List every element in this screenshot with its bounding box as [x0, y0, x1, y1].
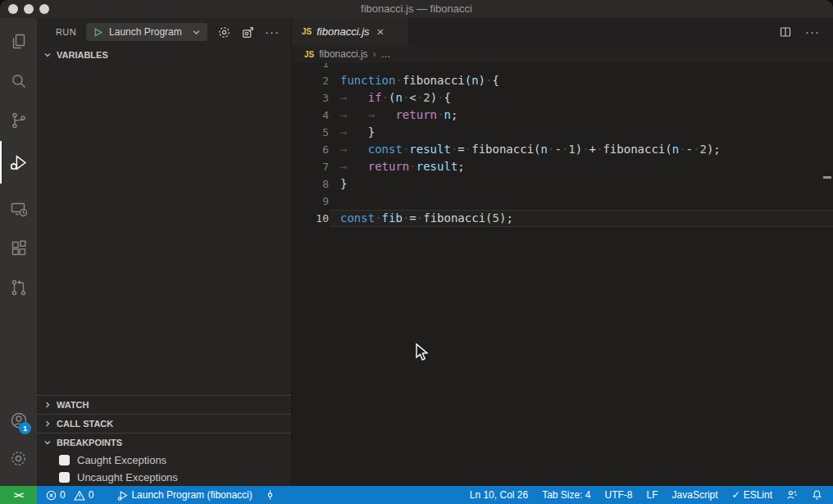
status-left: 0 0 Launch Program (fibonacci)	[37, 489, 275, 501]
sidebar-item-run-and-debug[interactable]	[0, 141, 37, 184]
linter-status[interactable]: ✓ ESLint	[732, 489, 772, 501]
line-number[interactable]: 4	[292, 107, 337, 124]
whitespace-dot-icon: ·	[409, 160, 416, 173]
more-actions-icon[interactable]: ···	[805, 28, 820, 36]
code-token: n	[672, 143, 679, 156]
feedback-icon[interactable]	[786, 489, 798, 501]
cursor-position[interactable]: Ln 10, Col 26	[470, 489, 528, 501]
whitespace-tab-icon: →	[340, 143, 368, 156]
whitespace-dot-icon: ·	[437, 91, 444, 104]
breakpoint-row[interactable]: Caught Exceptions	[37, 452, 291, 469]
sidebar-item-remote-explorer[interactable]	[0, 190, 37, 228]
section-call-stack[interactable]: CALL STACK	[37, 414, 291, 433]
code-token: fibonacci	[603, 143, 665, 156]
whitespace-dot-icon: ·	[679, 143, 685, 156]
remote-indicator[interactable]: ><	[0, 486, 37, 504]
code-line[interactable]: 3→ if·(n·<·2)·{	[292, 89, 833, 107]
debug-console-icon[interactable]	[241, 25, 255, 39]
code-token: n	[541, 143, 548, 156]
line-number[interactable]: 3	[292, 89, 337, 107]
code-token: ;	[451, 108, 457, 121]
code-text[interactable]	[337, 193, 340, 210]
encoding[interactable]: UTF-8	[605, 489, 633, 501]
line-number[interactable]: 7	[292, 158, 337, 175]
line-number[interactable]: 1	[292, 63, 337, 72]
code-line[interactable]: 8}	[292, 175, 833, 193]
code-line[interactable]: 4→ → return·n;	[292, 107, 833, 124]
chevron-down-icon	[43, 51, 52, 59]
code-line[interactable]: 1	[292, 63, 833, 72]
close-tab-icon[interactable]: ×	[377, 25, 385, 39]
code-text[interactable]: → → return·n;	[337, 107, 457, 124]
language-mode[interactable]: JavaScript	[672, 489, 718, 501]
account-badge: 1	[19, 422, 31, 434]
code-text[interactable]: function·fibonacci(n)·{	[337, 72, 499, 89]
sidebar-item-explorer[interactable]	[0, 23, 37, 61]
code-token: 2	[699, 143, 706, 156]
code-text[interactable]: → const·result·=·fibonacci(n·-·1)·+·fibo…	[337, 141, 721, 158]
breadcrumb-more[interactable]: …	[381, 48, 391, 60]
code-token: (	[485, 211, 492, 225]
more-actions-icon[interactable]: ···	[265, 28, 280, 36]
workbench: 1 RUN Launch Program	[0, 18, 833, 486]
checkbox[interactable]	[59, 455, 70, 465]
code-token: -	[686, 143, 693, 156]
checkbox[interactable]	[59, 472, 70, 483]
sidebar-item-github-pull-requests[interactable]	[0, 269, 37, 306]
code-line[interactable]: 7→ return·result;	[292, 158, 833, 175]
line-number[interactable]: 5	[292, 124, 337, 141]
eol-sequence[interactable]: LF	[647, 489, 658, 501]
line-number[interactable]: 2	[292, 72, 337, 89]
code-editor[interactable]: 12function·fibonacci(n)·{3→ if·(n·<·2)·{…	[292, 63, 833, 486]
ports-indicator[interactable]	[265, 489, 275, 501]
line-number[interactable]: 9	[292, 193, 337, 210]
problems-indicator[interactable]: 0 0	[46, 489, 93, 501]
code-line[interactable]: 9	[292, 193, 833, 210]
debug-status[interactable]: Launch Program (fibonacci)	[117, 489, 252, 501]
activity-bar: 1	[0, 18, 37, 486]
code-token: {	[492, 74, 498, 87]
breadcrumb-file[interactable]: fibonacci.js	[319, 48, 367, 60]
accounts-button[interactable]: 1	[0, 402, 37, 439]
code-text[interactable]	[337, 63, 340, 72]
extensions-icon	[9, 238, 29, 258]
code-text[interactable]: }	[337, 175, 347, 193]
line-number[interactable]: 6	[292, 141, 337, 158]
code-token: return	[368, 160, 410, 173]
code-line[interactable]: 6→ const·result·=·fibonacci(n·-·1)·+·fib…	[292, 141, 833, 158]
code-line[interactable]: 2function·fibonacci(n)·{	[292, 72, 833, 89]
section-breakpoints[interactable]: BREAKPOINTS	[37, 433, 291, 452]
sidebar-item-source-control[interactable]	[0, 102, 37, 139]
code-text[interactable]: → }	[337, 124, 375, 141]
configure-gear-icon[interactable]	[217, 25, 231, 39]
whitespace-tab-icon: →	[340, 108, 368, 121]
code-line[interactable]: 5→ }	[292, 124, 833, 141]
breakpoint-row[interactable]: Uncaught Exceptions	[37, 469, 291, 486]
line-number[interactable]: 8	[292, 175, 337, 193]
bell-icon[interactable]	[812, 489, 822, 501]
split-editor-icon[interactable]	[779, 25, 792, 39]
code-line[interactable]: 10const·fib·=·fibonacci(5);	[292, 210, 833, 227]
settings-button[interactable]	[0, 439, 37, 477]
code-token: =	[457, 143, 464, 156]
code-text[interactable]: → if·(n·<·2)·{	[337, 89, 451, 107]
section-variables[interactable]: VARIABLES	[37, 46, 291, 64]
chevron-right-icon	[43, 420, 52, 428]
start-debug-icon[interactable]	[93, 27, 103, 38]
tab-fibonacci-js[interactable]: JS fibonacci.js ×	[292, 18, 408, 45]
code-text[interactable]: const·fib·=·fibonacci(5);	[337, 210, 513, 227]
sidebar-item-search[interactable]	[0, 62, 37, 100]
section-watch[interactable]: WATCH	[37, 395, 291, 414]
indentation[interactable]: Tab Size: 4	[542, 489, 590, 501]
code-token: =	[409, 211, 416, 225]
code-text[interactable]: → return·result;	[337, 158, 465, 175]
code-token: fib	[382, 211, 403, 225]
whitespace-dot-icon: ·	[416, 91, 423, 104]
launch-config-dropdown[interactable]: Launch Program	[86, 23, 207, 41]
debug-status-label: Launch Program (fibonacci)	[131, 489, 252, 501]
source-control-icon	[9, 111, 29, 130]
code-token: )	[430, 91, 437, 104]
code-token: }	[368, 125, 375, 138]
sidebar-item-extensions[interactable]	[0, 229, 37, 267]
breadcrumb[interactable]: JS fibonacci.js › …	[292, 45, 833, 63]
